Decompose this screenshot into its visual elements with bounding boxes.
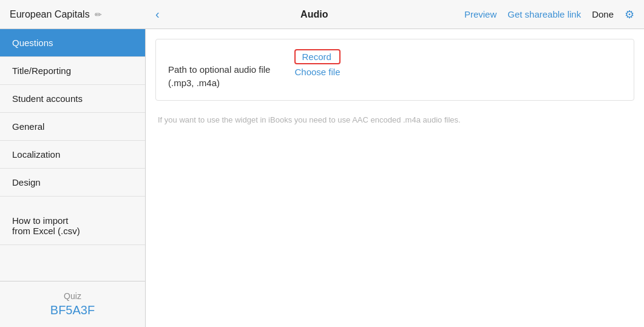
sidebar-item-questions[interactable]: Questions bbox=[0, 29, 145, 57]
sidebar: Questions Title/Reporting Student accoun… bbox=[0, 29, 146, 327]
sidebar-item-general[interactable]: General bbox=[0, 113, 145, 141]
quiz-code: BF5A3F bbox=[10, 303, 135, 317]
audio-row: Path to optional audio file (.mp3, .m4a)… bbox=[155, 39, 634, 101]
header: European Capitals ✏ ‹ Audio Preview Get … bbox=[0, 0, 644, 29]
record-button[interactable]: Record bbox=[294, 49, 340, 64]
sidebar-item-title-reporting[interactable]: Title/Reporting bbox=[0, 57, 145, 85]
sidebar-item-localization[interactable]: Localization bbox=[0, 141, 145, 169]
sidebar-item-student-accounts[interactable]: Student accounts bbox=[0, 85, 145, 113]
sidebar-footer: Quiz BF5A3F bbox=[0, 281, 145, 327]
audio-path-label: Path to optional audio file (.mp3, .m4a) bbox=[168, 49, 270, 90]
header-left: European Capitals ✏ bbox=[10, 9, 155, 20]
header-center: Audio bbox=[164, 9, 464, 20]
back-button[interactable]: ‹ bbox=[155, 7, 160, 21]
quiz-label: Quiz bbox=[10, 291, 135, 301]
choose-file-link[interactable]: Choose file bbox=[294, 67, 340, 77]
active-tab-label: Audio bbox=[300, 9, 328, 20]
sidebar-item-design[interactable]: Design bbox=[0, 169, 145, 197]
main-content: Path to optional audio file (.mp3, .m4a)… bbox=[146, 29, 644, 327]
done-button[interactable]: Done bbox=[592, 9, 614, 19]
header-right: Preview Get shareable link Done ⚙ bbox=[464, 8, 634, 21]
audio-actions: Record Choose file bbox=[294, 49, 340, 77]
share-link[interactable]: Get shareable link bbox=[507, 9, 581, 19]
preview-link[interactable]: Preview bbox=[464, 9, 497, 19]
sidebar-nav: Questions Title/Reporting Student accoun… bbox=[0, 29, 145, 281]
document-title: European Capitals bbox=[10, 9, 90, 20]
settings-icon[interactable]: ⚙ bbox=[625, 8, 634, 21]
sidebar-item-how-to-import[interactable]: How to import from Excel (.csv) bbox=[0, 197, 145, 245]
info-text: If you want to use the widget in iBooks … bbox=[155, 110, 634, 129]
edit-icon[interactable]: ✏ bbox=[95, 10, 102, 19]
body: Questions Title/Reporting Student accoun… bbox=[0, 29, 644, 327]
